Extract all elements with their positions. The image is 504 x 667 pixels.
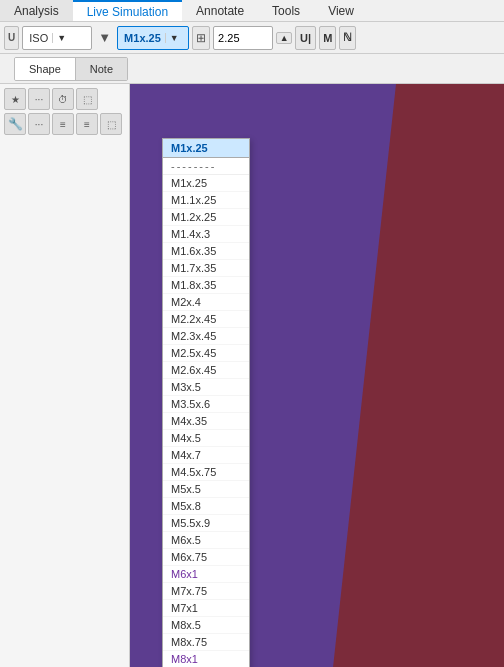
dropdown-separator: --------: [163, 158, 249, 175]
iso-label: ISO: [25, 32, 52, 44]
dropdown-item[interactable]: M7x.75: [163, 583, 249, 600]
m-icon-btn[interactable]: M: [319, 26, 336, 50]
u-style-icon: U|: [300, 32, 311, 44]
tab-shape[interactable]: Shape: [15, 58, 76, 80]
dropdown-item[interactable]: M5x.5: [163, 481, 249, 498]
toolbar-row-2: Shape Note: [0, 54, 504, 84]
pitch-value: 2.25: [218, 32, 239, 44]
sidebar-dots-btn[interactable]: ···: [28, 88, 50, 110]
dropdown-item[interactable]: M1.6x.35: [163, 243, 249, 260]
dropdown-item[interactable]: M6x.75: [163, 549, 249, 566]
m-icon: M: [323, 32, 332, 44]
sidebar-lines-btn[interactable]: ≡: [52, 113, 74, 135]
thread-size-arrow: ▼: [165, 33, 183, 43]
align-icon: ⊞: [196, 31, 206, 45]
sidebar-lines2-btn[interactable]: ≡: [76, 113, 98, 135]
thread-size-dropdown-list[interactable]: M1x.25 -------- M1x.25M1.1x.25M1.2x.25M1…: [162, 138, 250, 667]
canvas-dark-shape: [324, 84, 504, 667]
dropdown-item[interactable]: M2.5x.45: [163, 345, 249, 362]
tab-note[interactable]: Note: [76, 58, 127, 80]
u-style-btn[interactable]: U|: [295, 26, 316, 50]
menu-bar: Analysis Live Simulation Annotate Tools …: [0, 0, 504, 22]
dropdown-item[interactable]: M1.4x.3: [163, 226, 249, 243]
thread-size-value: M1x.25: [120, 32, 165, 44]
dropdown-item[interactable]: M2.6x.45: [163, 362, 249, 379]
sidebar-star-btn[interactable]: ★: [4, 88, 26, 110]
sidebar-tool-btn[interactable]: 🔧: [4, 113, 26, 135]
dropdown-item[interactable]: M1x.25: [163, 175, 249, 192]
iso-icon: U: [8, 32, 15, 43]
align-icon-btn[interactable]: ⊞: [192, 26, 210, 50]
pitch-up-btn[interactable]: ▲: [276, 32, 292, 44]
dropdown-item[interactable]: M4.5x.75: [163, 464, 249, 481]
menu-view[interactable]: View: [314, 0, 368, 21]
left-sidebar: ★ ··· ⏱ ⬚ 🔧 ··· ≡ ≡ ⬚: [0, 84, 130, 667]
dropdown-item[interactable]: M1.7x.35: [163, 260, 249, 277]
dropdown-item[interactable]: M6x1: [163, 566, 249, 583]
dropdown-item[interactable]: M4x.7: [163, 447, 249, 464]
dropdown-item[interactable]: M8x.75: [163, 634, 249, 651]
sidebar-box2-btn[interactable]: ⬚: [100, 113, 122, 135]
dropdown-item[interactable]: M5.5x.9: [163, 515, 249, 532]
menu-analysis[interactable]: Analysis: [0, 0, 73, 21]
dropdown-item[interactable]: M4x.5: [163, 430, 249, 447]
extra-icon: ℕ: [343, 31, 352, 44]
iso-dropdown-arrow: ▼: [52, 33, 70, 43]
thread-size-dropdown[interactable]: M1x.25 ▼: [117, 26, 189, 50]
iso-icon-btn[interactable]: U: [4, 26, 19, 50]
dropdown-item[interactable]: M1.2x.25: [163, 209, 249, 226]
sidebar-row-1: ★ ··· ⏱ ⬚: [4, 88, 125, 110]
iso-dropdown[interactable]: ISO ▼: [22, 26, 92, 50]
shape-note-tabs: Shape Note: [14, 57, 128, 81]
dropdown-item[interactable]: M2x.4: [163, 294, 249, 311]
toolbar-row-1: U ISO ▼ ▼ M1x.25 ▼ ⊞ 2.25 ▲ U| M ℕ: [0, 22, 504, 54]
pitch-value-display: 2.25: [213, 26, 273, 50]
dropdown-item[interactable]: M2.3x.45: [163, 328, 249, 345]
dropdown-item[interactable]: M8x1: [163, 651, 249, 667]
dropdown-item[interactable]: M8x.5: [163, 617, 249, 634]
dropdown-item[interactable]: M5x.8: [163, 498, 249, 515]
dropdown-header-item[interactable]: M1x.25: [163, 139, 249, 158]
menu-annotate[interactable]: Annotate: [182, 0, 258, 21]
dropdown-item[interactable]: M1.8x.35: [163, 277, 249, 294]
extra-btn[interactable]: ℕ: [339, 26, 356, 50]
filter-icon[interactable]: ▼: [95, 30, 114, 45]
dropdown-item[interactable]: M7x1: [163, 600, 249, 617]
sidebar-dots2-btn[interactable]: ···: [28, 113, 50, 135]
menu-live-simulation[interactable]: Live Simulation: [73, 0, 182, 21]
content-area: ★ ··· ⏱ ⬚ 🔧 ··· ≡ ≡ ⬚ M1x.25 -------- M1…: [0, 84, 504, 667]
dropdown-item[interactable]: M2.2x.45: [163, 311, 249, 328]
dropdown-item[interactable]: M3.5x.6: [163, 396, 249, 413]
dropdown-item[interactable]: M4x.35: [163, 413, 249, 430]
dropdown-item[interactable]: M3x.5: [163, 379, 249, 396]
menu-tools[interactable]: Tools: [258, 0, 314, 21]
dropdown-item[interactable]: M1.1x.25: [163, 192, 249, 209]
sidebar-row-2: 🔧 ··· ≡ ≡ ⬚: [4, 113, 125, 135]
sidebar-clock-btn[interactable]: ⏱: [52, 88, 74, 110]
dropdown-item[interactable]: M6x.5: [163, 532, 249, 549]
sidebar-box-btn[interactable]: ⬚: [76, 88, 98, 110]
